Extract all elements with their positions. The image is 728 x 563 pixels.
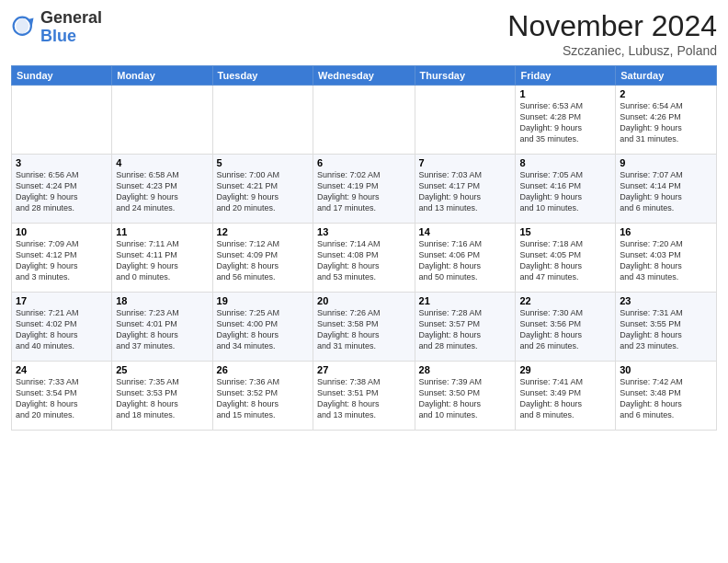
day-info: Sunrise: 7:20 AM Sunset: 4:03 PM Dayligh… [620,238,712,283]
calendar-body: 1Sunrise: 6:53 AM Sunset: 4:28 PM Daylig… [12,86,717,431]
day-number: 9 [620,157,712,168]
day-info: Sunrise: 7:05 AM Sunset: 4:16 PM Dayligh… [519,169,611,214]
day-info: Sunrise: 7:11 AM Sunset: 4:11 PM Dayligh… [116,238,208,283]
calendar-cell: 18Sunrise: 7:23 AM Sunset: 4:01 PM Dayli… [112,293,212,362]
day-number: 20 [317,295,411,306]
calendar-cell: 28Sunrise: 7:39 AM Sunset: 3:50 PM Dayli… [415,362,516,431]
calendar-cell: 3Sunrise: 6:56 AM Sunset: 4:24 PM Daylig… [12,155,112,224]
day-info: Sunrise: 6:56 AM Sunset: 4:24 PM Dayligh… [16,169,108,214]
week-row-1: 3Sunrise: 6:56 AM Sunset: 4:24 PM Daylig… [12,155,717,224]
calendar-cell: 6Sunrise: 7:02 AM Sunset: 4:19 PM Daylig… [313,155,415,224]
day-number: 25 [116,364,208,375]
day-info: Sunrise: 7:26 AM Sunset: 3:58 PM Dayligh… [317,307,411,352]
calendar-cell [415,86,516,155]
day-info: Sunrise: 7:33 AM Sunset: 3:54 PM Dayligh… [16,376,108,421]
calendar-cell: 4Sunrise: 6:58 AM Sunset: 4:23 PM Daylig… [112,155,212,224]
calendar-cell: 16Sunrise: 7:20 AM Sunset: 4:03 PM Dayli… [616,224,717,293]
day-number: 17 [16,295,108,306]
day-info: Sunrise: 7:07 AM Sunset: 4:14 PM Dayligh… [620,169,712,214]
calendar-cell: 10Sunrise: 7:09 AM Sunset: 4:12 PM Dayli… [12,224,112,293]
week-row-0: 1Sunrise: 6:53 AM Sunset: 4:28 PM Daylig… [12,86,717,155]
calendar-cell [112,86,212,155]
month-title: November 2024 [507,9,717,43]
logo: General Blue [11,9,102,46]
day-info: Sunrise: 7:03 AM Sunset: 4:17 PM Dayligh… [419,169,512,214]
day-number: 16 [620,226,712,237]
day-info: Sunrise: 7:23 AM Sunset: 4:01 PM Dayligh… [116,307,208,352]
day-number: 4 [116,157,208,168]
calendar-cell: 2Sunrise: 6:54 AM Sunset: 4:26 PM Daylig… [616,86,717,155]
day-info: Sunrise: 7:02 AM Sunset: 4:19 PM Dayligh… [317,169,411,214]
calendar-cell: 17Sunrise: 7:21 AM Sunset: 4:02 PM Dayli… [12,293,112,362]
col-friday: Friday [516,66,616,86]
calendar-header-row: Sunday Monday Tuesday Wednesday Thursday… [12,66,717,86]
calendar-cell [212,86,313,155]
day-number: 12 [217,226,309,237]
calendar-cell: 22Sunrise: 7:30 AM Sunset: 3:56 PM Dayli… [516,293,616,362]
week-row-2: 10Sunrise: 7:09 AM Sunset: 4:12 PM Dayli… [12,224,717,293]
day-number: 30 [620,364,712,375]
calendar-cell: 21Sunrise: 7:28 AM Sunset: 3:57 PM Dayli… [415,293,516,362]
day-info: Sunrise: 7:18 AM Sunset: 4:05 PM Dayligh… [519,238,611,283]
day-info: Sunrise: 7:12 AM Sunset: 4:09 PM Dayligh… [217,238,309,283]
day-number: 23 [620,295,712,306]
day-number: 5 [217,157,309,168]
calendar-cell: 29Sunrise: 7:41 AM Sunset: 3:49 PM Dayli… [516,362,616,431]
week-row-3: 17Sunrise: 7:21 AM Sunset: 4:02 PM Dayli… [12,293,717,362]
col-tuesday: Tuesday [212,66,313,86]
day-info: Sunrise: 7:36 AM Sunset: 3:52 PM Dayligh… [217,376,309,421]
day-number: 13 [317,226,411,237]
calendar-cell: 13Sunrise: 7:14 AM Sunset: 4:08 PM Dayli… [313,224,415,293]
day-number: 15 [519,226,611,237]
calendar-cell: 24Sunrise: 7:33 AM Sunset: 3:54 PM Dayli… [12,362,112,431]
header: General Blue November 2024 Szczaniec, Lu… [11,9,717,58]
calendar-cell: 26Sunrise: 7:36 AM Sunset: 3:52 PM Dayli… [212,362,313,431]
col-monday: Monday [112,66,212,86]
day-info: Sunrise: 7:14 AM Sunset: 4:08 PM Dayligh… [317,238,411,283]
day-number: 18 [116,295,208,306]
calendar-cell: 30Sunrise: 7:42 AM Sunset: 3:48 PM Dayli… [616,362,717,431]
page: General Blue November 2024 Szczaniec, Lu… [0,0,728,563]
day-number: 14 [419,226,512,237]
calendar-cell: 19Sunrise: 7:25 AM Sunset: 4:00 PM Dayli… [212,293,313,362]
day-info: Sunrise: 6:54 AM Sunset: 4:26 PM Dayligh… [620,100,712,145]
day-info: Sunrise: 7:16 AM Sunset: 4:06 PM Dayligh… [419,238,512,283]
calendar-cell: 25Sunrise: 7:35 AM Sunset: 3:53 PM Dayli… [112,362,212,431]
day-number: 26 [217,364,309,375]
calendar-cell: 7Sunrise: 7:03 AM Sunset: 4:17 PM Daylig… [415,155,516,224]
calendar-cell: 9Sunrise: 7:07 AM Sunset: 4:14 PM Daylig… [616,155,717,224]
day-info: Sunrise: 7:41 AM Sunset: 3:49 PM Dayligh… [519,376,611,421]
day-number: 29 [519,364,611,375]
day-number: 1 [519,88,611,99]
day-info: Sunrise: 7:28 AM Sunset: 3:57 PM Dayligh… [419,307,512,352]
day-info: Sunrise: 7:00 AM Sunset: 4:21 PM Dayligh… [217,169,309,214]
calendar-cell: 5Sunrise: 7:00 AM Sunset: 4:21 PM Daylig… [212,155,313,224]
logo-general-text: General [40,8,102,27]
calendar-cell: 20Sunrise: 7:26 AM Sunset: 3:58 PM Dayli… [313,293,415,362]
day-info: Sunrise: 7:42 AM Sunset: 3:48 PM Dayligh… [620,376,712,421]
day-number: 11 [116,226,208,237]
col-thursday: Thursday [415,66,516,86]
day-number: 24 [16,364,108,375]
calendar-cell: 27Sunrise: 7:38 AM Sunset: 3:51 PM Dayli… [313,362,415,431]
calendar-cell: 14Sunrise: 7:16 AM Sunset: 4:06 PM Dayli… [415,224,516,293]
title-block: November 2024 Szczaniec, Lubusz, Poland [507,9,717,58]
day-info: Sunrise: 7:35 AM Sunset: 3:53 PM Dayligh… [116,376,208,421]
day-number: 27 [317,364,411,375]
day-info: Sunrise: 6:53 AM Sunset: 4:28 PM Dayligh… [519,100,611,145]
calendar-cell: 8Sunrise: 7:05 AM Sunset: 4:16 PM Daylig… [516,155,616,224]
day-number: 3 [16,157,108,168]
day-info: Sunrise: 7:31 AM Sunset: 3:55 PM Dayligh… [620,307,712,352]
day-number: 6 [317,157,411,168]
calendar-cell [313,86,415,155]
calendar-cell: 12Sunrise: 7:12 AM Sunset: 4:09 PM Dayli… [212,224,313,293]
day-number: 19 [217,295,309,306]
week-row-4: 24Sunrise: 7:33 AM Sunset: 3:54 PM Dayli… [12,362,717,431]
day-info: Sunrise: 7:39 AM Sunset: 3:50 PM Dayligh… [419,376,512,421]
day-number: 7 [419,157,512,168]
day-number: 8 [519,157,611,168]
calendar: Sunday Monday Tuesday Wednesday Thursday… [11,65,717,431]
calendar-cell: 11Sunrise: 7:11 AM Sunset: 4:11 PM Dayli… [112,224,212,293]
day-info: Sunrise: 7:30 AM Sunset: 3:56 PM Dayligh… [519,307,611,352]
col-sunday: Sunday [12,66,112,86]
